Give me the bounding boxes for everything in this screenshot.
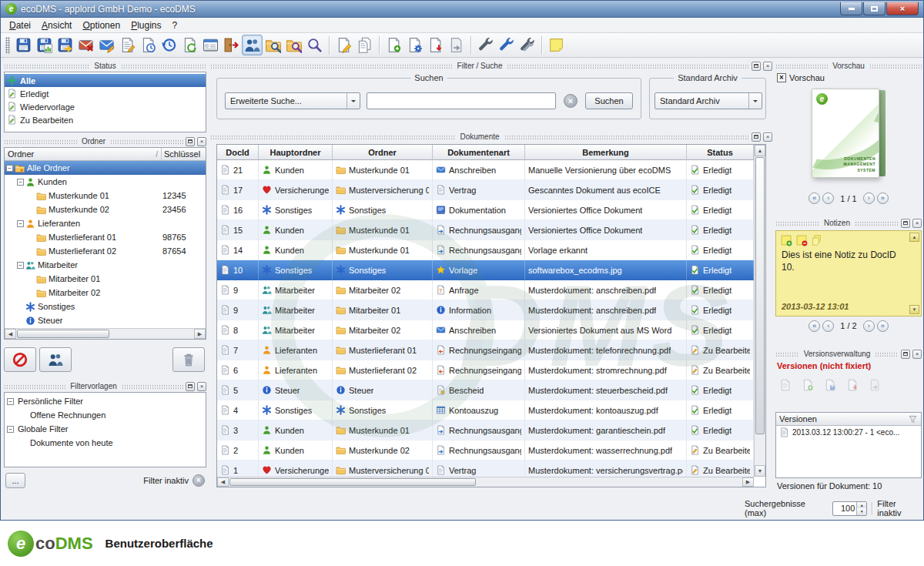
new-document-button[interactable] — [333, 35, 354, 55]
tree-item-musterkunde-01[interactable]: Musterkunde 01 12345 — [5, 189, 206, 203]
float-panel-icon[interactable] — [752, 132, 761, 142]
tree-item-musterlieferant-01[interactable]: Musterlieferant 01 98765 — [5, 230, 206, 244]
document-row-9[interactable]: 9MitarbeiterMitarbeiter 02?AnfrageMuster… — [217, 280, 754, 300]
document-row-15[interactable]: 15KundenMusterkunde 01RechnungsausgangVe… — [217, 220, 754, 240]
column-header-bemerkung[interactable]: Bemerkung — [525, 145, 687, 160]
document-row-17[interactable]: 17VersicherungenMusterversicherung 01Ver… — [217, 180, 754, 200]
tree-item-mitarbeiter-01[interactable]: Mitarbeiter 01 — [5, 272, 206, 286]
filter-clear-button[interactable]: × — [192, 474, 205, 487]
version-export-button[interactable] — [446, 35, 467, 55]
column-header-docid[interactable]: DocId — [217, 145, 259, 160]
document-row-7[interactable]: 7LieferantenMusterlieferant 01Rechnungse… — [217, 340, 754, 360]
tree-column-ordner[interactable]: Ordner / — [5, 148, 161, 160]
last-page-button[interactable]: » — [877, 193, 889, 204]
more-filters-button[interactable]: ... — [5, 473, 25, 488]
scroll-right-button[interactable]: ▶ — [194, 329, 206, 339]
table-vertical-scrollbar[interactable]: ▲ ▼ — [754, 145, 765, 477]
reload-document-button[interactable] — [179, 35, 200, 55]
versions-list-header[interactable]: Versionen — [776, 413, 921, 426]
add-note-button[interactable] — [779, 233, 792, 246]
minimize-button[interactable] — [840, 2, 862, 15]
note-text[interactable]: Dies ist eine Notiz zu DocID 10. — [776, 247, 921, 275]
users-button[interactable] — [242, 35, 263, 55]
scrollbar-thumb[interactable] — [17, 330, 109, 338]
document-row-8[interactable]: 8MitarbeiterMitarbeiter 02AnschreibenVer… — [217, 320, 754, 340]
search-button[interactable]: Suchen — [585, 92, 633, 109]
float-panel-icon[interactable] — [901, 219, 910, 228]
filter-item-offene-rechnungen[interactable]: Offene Rechnungen — [5, 408, 206, 422]
document-row-6[interactable]: 6LieferantenMusterlieferant 02Rechnungse… — [217, 360, 754, 380]
close-panel-icon[interactable]: × — [197, 382, 206, 391]
classify-button[interactable] — [200, 35, 221, 55]
toolbar-handle[interactable] — [5, 37, 10, 54]
document-row-10[interactable]: 10SonstigesSonstigesVorlagesoftwarebox_e… — [217, 260, 754, 280]
tree-item-lieferanten[interactable]: − Lieferanten — [5, 216, 206, 230]
expander-icon[interactable]: − — [7, 398, 14, 405]
scrollbar-track[interactable] — [16, 329, 194, 339]
status-item-zu-bearbeiten[interactable]: Zu Bearbeiten — [5, 113, 206, 126]
delete-folder-button[interactable] — [172, 347, 205, 372]
close-panel-icon[interactable]: × — [763, 132, 772, 142]
close-button[interactable]: × — [886, 2, 919, 15]
filter-funnel-icon[interactable] — [908, 414, 918, 424]
menu-datei[interactable]: Datei — [4, 18, 36, 32]
titlebar[interactable]: e ecoDMS - applord GmbH Demo - ecoDMS × — [1, 1, 923, 18]
table-horizontal-scrollbar[interactable]: ◀ ▶ — [217, 477, 754, 487]
close-panel-icon[interactable]: × — [763, 62, 772, 71]
status-item-erledigt[interactable]: Erledigt — [5, 87, 206, 100]
filter-item-pers-nliche-filter[interactable]: − Persönliche Filter — [5, 394, 206, 408]
download-version-button[interactable] — [844, 377, 861, 394]
document-row-16[interactable]: 16SonstigesSonstigesDokumentationVersion… — [217, 200, 754, 220]
expander-icon[interactable]: − — [17, 220, 24, 227]
document-row-5[interactable]: 5SteuerSteuerBescheidMusterdokument: ste… — [217, 380, 754, 400]
save-version-button[interactable] — [822, 377, 839, 394]
first-page-button[interactable]: « — [808, 193, 820, 204]
new-version-button[interactable] — [777, 377, 794, 394]
next-note-button[interactable]: › — [863, 320, 875, 332]
menu-help[interactable]: ? — [167, 18, 183, 32]
tree-column-schluessel[interactable]: Schlüssel — [161, 148, 206, 160]
tree-item-musterkunde-02[interactable]: Musterkunde 02 23456 — [5, 203, 206, 216]
scrollbar-thumb[interactable] — [755, 157, 765, 434]
scroll-left-button[interactable]: ◀ — [217, 477, 229, 487]
expander-icon[interactable]: − — [6, 165, 13, 172]
note-scroll-up[interactable]: ▲ — [909, 233, 919, 242]
delete-note-button[interactable] — [795, 233, 808, 246]
expander-icon[interactable]: − — [17, 262, 24, 269]
filter-item-globale-filter[interactable]: − Globale Filter — [5, 422, 206, 436]
add-version-button[interactable] — [799, 377, 816, 394]
expander-icon[interactable]: − — [7, 426, 14, 433]
tree-item-mitarbeiter[interactable]: − Mitarbeiter — [5, 258, 206, 272]
first-note-button[interactable]: « — [808, 320, 820, 332]
version-settings-button[interactable] — [404, 35, 425, 55]
expander-icon[interactable]: − — [17, 179, 24, 186]
save-report-button[interactable] — [34, 35, 55, 55]
tree-item-alle-ordner[interactable]: − Alle Ordner — [5, 161, 206, 175]
folder-preview-button[interactable] — [263, 35, 283, 55]
prev-page-button[interactable]: ‹ — [822, 193, 834, 204]
float-panel-icon[interactable] — [186, 137, 195, 146]
close-panel-icon[interactable]: × — [912, 219, 922, 228]
tree-item-sonstiges[interactable]: Sonstiges — [5, 300, 206, 313]
inbox-button[interactable] — [221, 35, 242, 55]
document-row-9[interactable]: 9MitarbeiterMitarbeiter 01InformationMus… — [217, 300, 754, 320]
search-input[interactable] — [367, 92, 556, 109]
menu-plugins[interactable]: Plugins — [126, 18, 166, 32]
prev-note-button[interactable]: ‹ — [822, 320, 834, 332]
save-export-button[interactable] — [55, 35, 75, 55]
folder-permissions-button[interactable] — [39, 347, 72, 372]
spin-down-icon[interactable]: ▼ — [857, 508, 866, 515]
advanced-search-combo[interactable]: Erweiterte Suche... — [225, 92, 360, 109]
scrollbar-track[interactable] — [229, 477, 742, 487]
document-row-3[interactable]: 3KundenMusterkunde 01RechnungsausgangMus… — [217, 420, 754, 440]
archive-combo[interactable]: Standard Archiv — [654, 92, 762, 109]
scroll-down-button[interactable]: ▼ — [755, 465, 765, 477]
search-clear-button[interactable]: × — [564, 94, 578, 108]
version-entry[interactable]: 2013.03.12 13:00:27 - 1 <eco... — [776, 426, 921, 439]
save-button[interactable] — [13, 35, 34, 55]
column-header-ordner[interactable]: Ordner — [333, 145, 433, 160]
maximize-button[interactable] — [863, 2, 886, 15]
results-spinner[interactable]: 100 ▲ ▼ — [832, 501, 867, 516]
version-add-button[interactable] — [383, 35, 404, 55]
scroll-right-button[interactable]: ▶ — [742, 477, 754, 487]
